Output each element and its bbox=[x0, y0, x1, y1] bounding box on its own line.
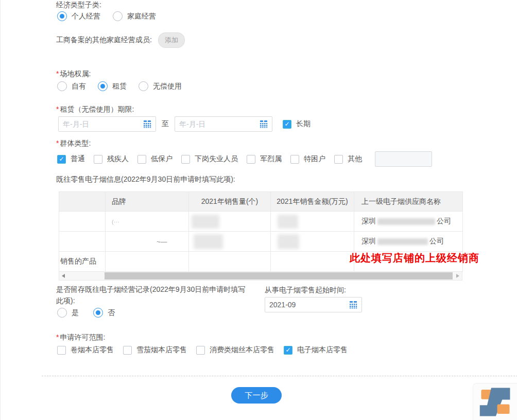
license-application-form: 经济类型子类: 个人经营 家庭经营 工商备案的其他家庭经营成员: 添加 *场地权… bbox=[0, 0, 517, 420]
keep-records-options: 是 否 bbox=[57, 308, 115, 318]
volume-cell-redacted bbox=[189, 212, 271, 232]
checkbox-icon bbox=[247, 155, 255, 164]
header-sales-volume: 2021年销售量(个) bbox=[189, 192, 271, 212]
radio-icon bbox=[113, 11, 123, 21]
required-asterisk: * bbox=[56, 333, 59, 341]
header-rowlabel bbox=[59, 192, 106, 212]
next-step-button[interactable]: 下一步 bbox=[231, 387, 282, 404]
radio-no[interactable]: 否 bbox=[93, 308, 115, 318]
radio-family-business[interactable]: 家庭经营 bbox=[113, 11, 156, 21]
table-horizontal-scrollbar[interactable] bbox=[59, 271, 462, 281]
checkbox-icon bbox=[290, 155, 299, 164]
keep-records-label: 是否留存既往电子烟经营记录(2022年9月30日前申请时填写 此项): bbox=[56, 284, 268, 306]
checkbox-icon bbox=[57, 346, 66, 355]
radio-label: 是 bbox=[72, 308, 79, 318]
supplier-cell: 深圳公司 bbox=[354, 232, 463, 252]
radio-yes[interactable]: 是 bbox=[57, 308, 79, 318]
table-header-row: 品牌 2021年销售量(个) 2021年销售金额(万元) 上一级电子烟供应商名称 bbox=[59, 192, 463, 212]
premises-ownership-options: 自有 租赁 无偿使用 bbox=[57, 81, 182, 91]
radio-label: 个人经营 bbox=[72, 12, 100, 21]
radio-label: 租赁 bbox=[112, 82, 127, 91]
date-field[interactable] bbox=[63, 120, 140, 128]
checkbox-disabled-person[interactable]: 残疾人 bbox=[94, 154, 129, 164]
checkbox-icon bbox=[334, 155, 343, 164]
redacted-blob bbox=[377, 218, 435, 225]
redacted-text: (··· bbox=[112, 219, 119, 225]
radio-self-owned[interactable]: 自有 bbox=[57, 81, 86, 91]
checkbox-checked-icon bbox=[57, 155, 66, 164]
lease-end-date-input[interactable] bbox=[175, 116, 272, 132]
calendar-icon[interactable] bbox=[143, 120, 151, 128]
radio-individual-business[interactable]: 个人经营 bbox=[57, 11, 100, 21]
checkbox-icon bbox=[123, 346, 132, 355]
header-brand: 品牌 bbox=[106, 192, 189, 212]
volume-cell-redacted bbox=[189, 232, 271, 252]
radio-leased[interactable]: 租赁 bbox=[98, 81, 127, 91]
economic-subtype-label: 经济类型子类: bbox=[56, 1, 101, 10]
date-range-to-label: 至 bbox=[162, 119, 169, 129]
radio-icon bbox=[98, 81, 108, 91]
checkbox-other[interactable]: 其他 bbox=[334, 154, 362, 164]
checkbox-checked-icon bbox=[283, 120, 291, 129]
checkbox-label: 军烈属 bbox=[260, 154, 282, 164]
radio-label: 家庭经营 bbox=[127, 12, 156, 21]
redacted-text: ~— bbox=[157, 238, 167, 246]
radio-icon bbox=[57, 308, 67, 318]
radio-label: 自有 bbox=[72, 82, 86, 91]
required-asterisk: * bbox=[56, 139, 59, 147]
checkbox-label: 残疾人 bbox=[107, 154, 129, 164]
group-type-label: *群体类型: bbox=[56, 139, 91, 148]
checkbox-cigarette-retail[interactable]: 卷烟本店零售 bbox=[57, 345, 114, 355]
checkbox-pipe-tobacco-retail[interactable]: 消费类烟丝本店零售 bbox=[196, 345, 274, 355]
checkbox-label: 普通 bbox=[71, 154, 85, 164]
checkbox-icon bbox=[137, 155, 146, 164]
checkbox-extreme-poverty[interactable]: 特困户 bbox=[290, 154, 325, 164]
checkbox-ordinary[interactable]: 普通 bbox=[57, 154, 85, 164]
section-divider bbox=[42, 376, 517, 376]
add-member-button[interactable]: 添加 bbox=[158, 32, 185, 48]
other-group-input[interactable] bbox=[375, 151, 432, 167]
row-label-sold-products: 销售的产品 bbox=[59, 252, 106, 272]
checkbox-low-income[interactable]: 低保户 bbox=[137, 154, 173, 164]
long-term-checkbox[interactable]: 长期 bbox=[283, 119, 311, 129]
amount-cell-redacted bbox=[271, 232, 354, 252]
required-asterisk: * bbox=[56, 105, 59, 113]
checkbox-label: 其他 bbox=[348, 154, 362, 164]
family-members-row: 工商备案的其他家庭经营成员: 添加 bbox=[56, 32, 185, 48]
brand-z-logo-icon bbox=[478, 386, 513, 418]
brand-cell-redacted: ~— bbox=[106, 232, 189, 252]
supplier-cell: 深圳公司 bbox=[354, 212, 463, 232]
date-field[interactable] bbox=[179, 120, 256, 128]
scroll-left-arrow-icon[interactable] bbox=[62, 274, 65, 278]
checkbox-military-family[interactable]: 军烈属 bbox=[247, 154, 282, 164]
header-sales-amount: 2021年销售金额(万元) bbox=[271, 192, 354, 212]
required-asterisk: * bbox=[56, 69, 59, 78]
checkbox-label: 电子烟本店零售 bbox=[297, 345, 348, 355]
lease-start-date-input[interactable] bbox=[58, 116, 156, 132]
start-time-field[interactable] bbox=[269, 301, 346, 309]
calendar-icon[interactable] bbox=[260, 120, 268, 128]
checkbox-ecigarette-retail[interactable]: 电子烟本店零售 bbox=[284, 345, 348, 355]
scrollbar-thumb[interactable] bbox=[105, 272, 453, 279]
calendar-icon[interactable] bbox=[349, 301, 357, 309]
scroll-right-arrow-icon[interactable] bbox=[456, 274, 459, 278]
radio-icon bbox=[57, 11, 67, 21]
checkbox-laid-off[interactable]: 下岗失业人员 bbox=[181, 154, 238, 164]
red-annotation: 此处填写店铺的上级经销商 bbox=[350, 251, 479, 265]
radio-icon bbox=[139, 81, 148, 91]
radio-label: 否 bbox=[108, 308, 115, 318]
checkbox-label: 消费类烟丝本店零售 bbox=[210, 345, 274, 355]
checkbox-checked-icon bbox=[284, 346, 292, 355]
other-group-field[interactable] bbox=[380, 155, 427, 163]
start-time-input[interactable] bbox=[265, 297, 362, 312]
radio-free-use[interactable]: 无偿使用 bbox=[139, 81, 182, 91]
group-type-options: 普通 残疾人 低保户 下岗失业人员 军烈属 特困户 其他 bbox=[57, 151, 432, 167]
economic-subtype-options: 个人经营 家庭经营 bbox=[57, 11, 156, 21]
checkbox-label: 长期 bbox=[296, 119, 311, 129]
radio-icon bbox=[57, 81, 67, 91]
table-row: ~— 深圳公司 bbox=[59, 232, 463, 252]
checkbox-label: 特困户 bbox=[304, 154, 325, 164]
checkbox-cigar-retail[interactable]: 雪茄烟本店零售 bbox=[123, 345, 187, 355]
table-row: (··· 深圳公司 bbox=[59, 212, 463, 232]
checkbox-label: 下岗失业人员 bbox=[195, 154, 238, 164]
